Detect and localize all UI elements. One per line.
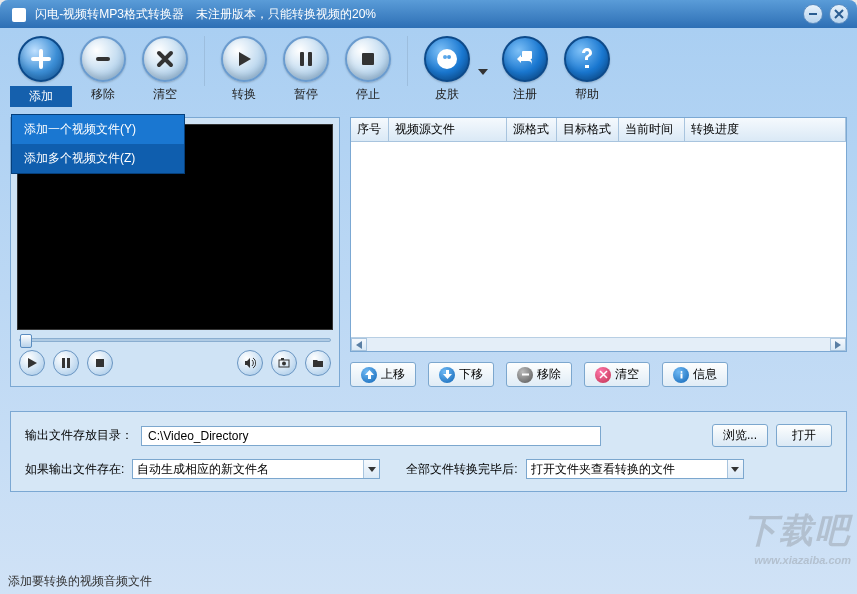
minus-icon — [517, 367, 533, 383]
svg-rect-12 — [522, 374, 529, 376]
col-seq[interactable]: 序号 — [351, 118, 389, 141]
preview-play-button[interactable] — [19, 350, 45, 376]
register-button[interactable]: 注册 — [494, 36, 556, 103]
separator — [407, 36, 408, 86]
col-progress[interactable]: 转换进度 — [685, 118, 846, 141]
status-bar: 添加要转换的视频音频文件 — [8, 573, 152, 590]
skin-button[interactable]: 皮肤 — [416, 36, 478, 103]
minimize-button[interactable] — [803, 4, 823, 24]
remove-button[interactable]: 移除 — [72, 36, 134, 103]
scroll-right-arrow[interactable] — [830, 338, 846, 351]
separator — [204, 36, 205, 86]
exists-label: 如果输出文件存在: — [25, 461, 124, 478]
output-settings-panel: 输出文件存放目录： C:\Video_Directory 浏览... 打开 如果… — [10, 411, 847, 492]
svg-rect-14 — [680, 374, 682, 379]
chevron-down-icon[interactable] — [727, 460, 743, 478]
grid-body[interactable] — [351, 142, 846, 330]
svg-rect-2 — [300, 52, 304, 66]
menu-add-single[interactable]: 添加一个视频文件(Y) — [12, 115, 184, 144]
window-title: 闪电-视频转MP3格式转换器 未注册版本，只能转换视频的20% — [35, 7, 376, 21]
preview-stop-button[interactable] — [87, 350, 113, 376]
file-list-panel: 序号 视频源文件 源格式 目标格式 当前时间 转换进度 — [350, 117, 847, 352]
add-dropdown-menu: 添加一个视频文件(Y) 添加多个视频文件(Z) — [11, 114, 185, 174]
output-dir-label: 输出文件存放目录： — [25, 427, 133, 444]
seek-slider[interactable] — [19, 338, 331, 342]
after-combo[interactable]: 打开文件夹查看转换的文件 — [526, 459, 744, 479]
snapshot-button[interactable] — [271, 350, 297, 376]
svg-rect-4 — [362, 53, 374, 65]
scroll-left-arrow[interactable] — [351, 338, 367, 351]
move-down-button[interactable]: 下移 — [428, 362, 494, 387]
horizontal-scrollbar[interactable] — [351, 337, 846, 351]
svg-rect-3 — [308, 52, 312, 66]
after-label: 全部文件转换完毕后: — [406, 461, 517, 478]
svg-rect-1 — [96, 57, 110, 61]
volume-button[interactable] — [237, 350, 263, 376]
folder-button[interactable] — [305, 350, 331, 376]
col-source[interactable]: 视频源文件 — [389, 118, 507, 141]
browse-button[interactable]: 浏览... — [712, 424, 768, 447]
close-button[interactable] — [829, 4, 849, 24]
svg-rect-6 — [62, 358, 65, 368]
svg-point-13 — [680, 371, 682, 373]
col-srcfmt[interactable]: 源格式 — [507, 118, 557, 141]
skin-dropdown-arrow[interactable] — [478, 69, 490, 75]
help-button[interactable]: 帮助 — [556, 36, 618, 103]
list-remove-button[interactable]: 移除 — [506, 362, 572, 387]
info-button[interactable]: 信息 — [662, 362, 728, 387]
move-up-button[interactable]: 上移 — [350, 362, 416, 387]
add-button[interactable]: 添加 — [10, 36, 72, 107]
app-icon — [12, 8, 26, 22]
svg-rect-8 — [96, 359, 104, 367]
menu-add-multiple[interactable]: 添加多个视频文件(Z) — [12, 144, 184, 173]
up-arrow-icon — [361, 367, 377, 383]
open-button[interactable]: 打开 — [776, 424, 832, 447]
col-dstfmt[interactable]: 目标格式 — [557, 118, 619, 141]
svg-rect-11 — [281, 358, 284, 360]
preview-pause-button[interactable] — [53, 350, 79, 376]
clear-button[interactable]: 清空 — [134, 36, 196, 103]
convert-button[interactable]: 转换 — [213, 36, 275, 103]
toolbar: 添加 移除 清空 转换 暂停 停止 皮肤 注册 — [0, 28, 857, 111]
pause-button[interactable]: 暂停 — [275, 36, 337, 103]
chevron-down-icon[interactable] — [363, 460, 379, 478]
col-time[interactable]: 当前时间 — [619, 118, 685, 141]
svg-rect-5 — [522, 51, 532, 59]
info-icon — [673, 367, 689, 383]
down-arrow-icon — [439, 367, 455, 383]
x-icon — [595, 367, 611, 383]
exists-combo[interactable]: 自动生成相应的新文件名 — [132, 459, 380, 479]
grid-header: 序号 视频源文件 源格式 目标格式 当前时间 转换进度 — [351, 118, 846, 142]
output-dir-field[interactable]: C:\Video_Directory — [141, 426, 601, 446]
list-clear-button[interactable]: 清空 — [584, 362, 650, 387]
titlebar: 闪电-视频转MP3格式转换器 未注册版本，只能转换视频的20% — [0, 0, 857, 28]
stop-button[interactable]: 停止 — [337, 36, 399, 103]
svg-rect-0 — [809, 13, 817, 15]
watermark: 下载吧 www.xiazaiba.com — [743, 508, 851, 566]
svg-rect-7 — [67, 358, 70, 368]
seek-thumb[interactable] — [20, 334, 32, 348]
svg-point-10 — [282, 362, 286, 366]
